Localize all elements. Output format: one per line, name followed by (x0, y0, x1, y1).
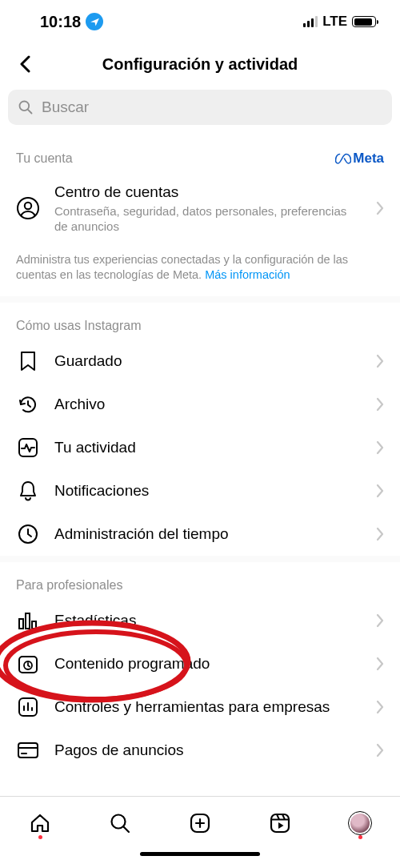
chevron-right-icon (376, 700, 384, 714)
row-label: Centro de cuentas (54, 183, 362, 202)
row-label: Administración del tiempo (54, 524, 362, 544)
page-title: Configuración y actividad (0, 55, 400, 74)
chevron-right-icon (376, 397, 384, 412)
more-info-link[interactable]: Más información (205, 268, 290, 281)
user-circle-icon (16, 196, 40, 220)
search-box[interactable] (8, 90, 392, 125)
archive-icon (16, 392, 40, 416)
credit-card-icon (16, 738, 40, 762)
row-label: Guardado (54, 352, 362, 371)
bookmark-icon (16, 349, 40, 373)
row-your-activity[interactable]: Tu actividad (0, 426, 400, 469)
svg-rect-6 (19, 619, 23, 629)
home-icon (29, 812, 51, 834)
status-time: 10:18 (40, 13, 81, 31)
chevron-right-icon (376, 527, 384, 541)
chevron-right-icon (376, 354, 384, 368)
meta-logo: Meta (335, 151, 384, 167)
clock-icon (16, 522, 40, 546)
activity-icon (16, 436, 40, 460)
svg-line-1 (28, 110, 32, 114)
row-label: Tu actividad (54, 438, 362, 457)
section-header-usage: Cómo usas Instagram (0, 303, 400, 340)
tab-profile[interactable] (344, 807, 376, 839)
cellular-signal-icon (303, 16, 318, 27)
search-input[interactable] (42, 98, 382, 116)
svg-line-21 (124, 826, 130, 832)
reels-icon (269, 812, 291, 834)
battery-icon (352, 16, 376, 27)
row-label: Notificaciones (54, 481, 362, 500)
row-saved[interactable]: Guardado (0, 340, 400, 383)
row-scheduled-content[interactable]: Contenido programado (0, 642, 400, 685)
section-header-professional: Para profesionales (0, 562, 400, 599)
meta-note: Administra tus experiencias conectadas y… (0, 244, 400, 296)
row-label: Pagos de anuncios (54, 741, 362, 760)
tab-create[interactable] (184, 807, 216, 839)
meta-brand-text: Meta (353, 151, 384, 167)
row-body: Centro de cuentas Contraseña, seguridad,… (54, 183, 362, 235)
search-container (0, 85, 400, 135)
bell-icon (16, 479, 40, 503)
chevron-right-icon (376, 743, 384, 757)
tab-home[interactable] (24, 807, 56, 839)
search-icon (18, 99, 34, 115)
row-business-tools[interactable]: Controles y herramientas para empresas (0, 685, 400, 729)
status-left: 10:18 (40, 13, 103, 31)
notification-dot-icon (38, 835, 42, 839)
tab-bar (0, 796, 400, 846)
row-notifications[interactable]: Notificaciones (0, 469, 400, 512)
svg-rect-15 (18, 743, 38, 757)
chevron-right-icon (376, 613, 384, 628)
tab-search[interactable] (104, 807, 136, 839)
row-label: Estadísticas (54, 611, 362, 630)
section-header-label: Tu cuenta (16, 151, 73, 166)
section-divider (0, 296, 400, 303)
home-indicator (0, 846, 400, 868)
section-header-account: Tu cuenta Meta (0, 135, 400, 173)
status-bar: 10:18 LTE (0, 0, 400, 43)
calendar-clock-icon (16, 652, 40, 676)
svg-point-3 (25, 203, 31, 209)
search-icon (109, 812, 131, 834)
row-ad-payments[interactable]: Pagos de anuncios (0, 729, 400, 767)
row-label: Controles y herramientas para empresas (54, 697, 362, 717)
row-accounts-center[interactable]: Centro de cuentas Contraseña, seguridad,… (0, 173, 400, 244)
chevron-right-icon (376, 657, 384, 671)
bar-chart-icon (16, 609, 40, 633)
svg-rect-7 (26, 613, 30, 629)
svg-rect-25 (271, 814, 289, 832)
row-insights[interactable]: Estadísticas (0, 599, 400, 642)
back-button[interactable] (13, 52, 37, 76)
tab-reels[interactable] (264, 807, 296, 839)
row-archive[interactable]: Archivo (0, 383, 400, 426)
row-label: Contenido programado (54, 654, 362, 673)
plus-square-icon (189, 812, 211, 834)
avatar-icon (348, 811, 372, 835)
status-right: LTE (303, 14, 376, 30)
nav-header: Configuración y actividad (0, 43, 400, 85)
section-header-label: Para profesionales (16, 578, 122, 593)
section-header-label: Cómo usas Instagram (16, 319, 142, 333)
row-label: Archivo (54, 395, 362, 414)
chevron-right-icon (376, 440, 384, 455)
chevron-right-icon (376, 484, 384, 498)
settings-content[interactable]: Tu cuenta Meta Centro de cuentas Contras… (0, 135, 400, 796)
notification-dot-icon (358, 835, 362, 839)
row-time-management[interactable]: Administración del tiempo (0, 512, 400, 556)
location-arrow-icon (86, 13, 103, 30)
svg-rect-8 (32, 621, 36, 629)
section-divider (0, 556, 400, 562)
analytics-icon (16, 695, 40, 719)
meta-note-text: Administra tus experiencias conectadas y… (16, 253, 348, 282)
row-subtitle: Contraseña, seguridad, datos personales,… (54, 203, 362, 235)
network-label: LTE (322, 14, 347, 30)
chevron-right-icon (376, 201, 384, 215)
